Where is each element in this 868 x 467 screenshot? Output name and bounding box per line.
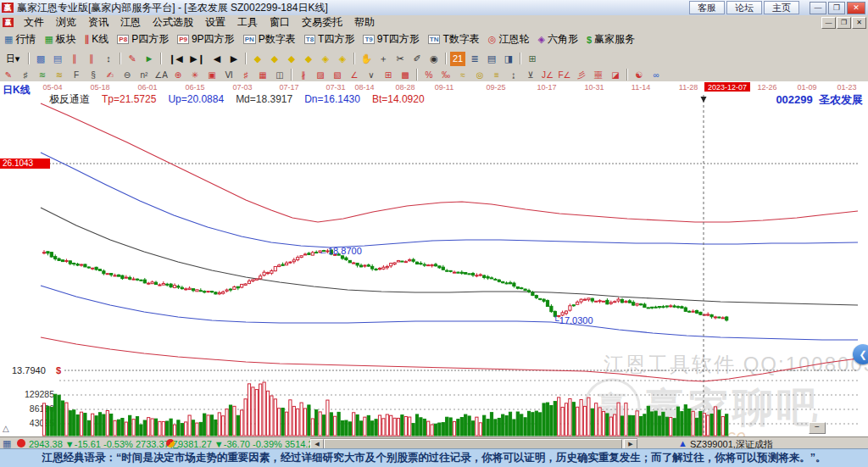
- tool-shade-2-button[interactable]: ▧: [330, 69, 345, 81]
- menu-4[interactable]: 公式选股: [147, 16, 199, 29]
- tool-grid-red-button[interactable]: ▦: [255, 69, 270, 81]
- tool-parallel-button[interactable]: ∦: [296, 69, 311, 81]
- toolbar-gann-wheel-button[interactable]: ◎江恩轮: [488, 32, 530, 47]
- toolbar-sectors-button[interactable]: ▦板块: [44, 32, 75, 47]
- toolbar-hexagon-button[interactable]: ◈六角形: [537, 32, 577, 47]
- diamond-right-button[interactable]: ◆: [267, 52, 282, 66]
- toolbar-t-square-button[interactable]: T8T四方形: [304, 32, 355, 47]
- tool-plus-circle-button[interactable]: ⊕: [170, 69, 186, 81]
- tool-levels-button[interactable]: ≡: [489, 69, 504, 81]
- diamond-down-button[interactable]: ◈: [318, 52, 333, 66]
- calculator-button[interactable]: ≣: [467, 52, 482, 66]
- menu-8[interactable]: 交易委托: [296, 16, 348, 29]
- toolbar-kline-button[interactable]: ∥K线: [85, 32, 109, 47]
- next-bar-button[interactable]: ▶: [226, 52, 242, 66]
- tool-f-angle-button[interactable]: F∠: [557, 69, 572, 81]
- last-bar-button[interactable]: ▶❙: [187, 52, 208, 66]
- tool-gold-1-button[interactable]: ≋: [35, 69, 50, 81]
- updown-button[interactable]: ↕: [101, 52, 116, 66]
- restore-button[interactable]: ❐: [828, 2, 845, 14]
- minimize-button[interactable]: —: [810, 2, 826, 14]
- mdi-close-button[interactable]: ✕: [852, 17, 866, 29]
- calendar-button[interactable]: 21: [450, 52, 465, 66]
- tool-taiji-button[interactable]: ☯: [632, 69, 647, 81]
- tool-vi-button[interactable]: Ⅵ: [221, 69, 236, 81]
- index-select-icon[interactable]: ▲: [678, 438, 687, 448]
- tool-vee-button[interactable]: ∨: [364, 69, 379, 81]
- toolbar-9t-square-button[interactable]: T99T四方形: [363, 32, 419, 47]
- tool-box-button[interactable]: ▣: [204, 69, 220, 81]
- tool-grid-cjk-button[interactable]: 噩: [591, 69, 606, 81]
- mdi-minimize-button[interactable]: —: [821, 17, 836, 29]
- diamond-both-button[interactable]: ◆: [284, 52, 299, 66]
- menu-1[interactable]: 浏览: [50, 16, 82, 29]
- candle-red-button[interactable]: ∥: [67, 52, 82, 66]
- chart-list-button[interactable]: ▤: [50, 52, 65, 66]
- diamond-center-button[interactable]: ◈: [335, 52, 350, 66]
- tool-infinity-button[interactable]: ∞: [648, 69, 664, 81]
- chart-grid-button[interactable]: ▩: [33, 52, 48, 66]
- menu-9[interactable]: 帮助: [348, 16, 381, 29]
- circle-tool-button[interactable]: ◉: [426, 52, 442, 66]
- tool-minus-circle-button[interactable]: ⊖: [120, 69, 135, 81]
- tool-wave-button[interactable]: ≈: [455, 69, 470, 81]
- kline-chart-svg[interactable]: 江恩工具软件 QQ:100800360赢赢家聊吧Jiaoba.yict36005…: [0, 81, 868, 436]
- tool-fan-button[interactable]: 彡: [574, 69, 589, 81]
- mark-tool-button[interactable]: ✐: [409, 52, 425, 66]
- tool-j-angle-button[interactable]: J∠: [540, 69, 555, 81]
- toolbar-p-square-button[interactable]: P8P四方形: [117, 32, 169, 47]
- prev-bar-button[interactable]: ◀: [209, 52, 225, 66]
- candles-layer[interactable]: [42, 249, 727, 322]
- tool-write-button[interactable]: ✍: [103, 69, 118, 81]
- menu-7[interactable]: 窗口: [264, 16, 296, 29]
- toolbar-9p-square-button[interactable]: P99P四方形: [177, 32, 234, 47]
- mdi-restore-button[interactable]: ❐: [837, 17, 851, 29]
- diamond-up-button[interactable]: ◆: [301, 52, 316, 66]
- draw-pen-red-button[interactable]: ✎: [125, 52, 140, 66]
- tool-section-button[interactable]: §: [86, 69, 101, 81]
- tool-f-button[interactable]: F: [69, 69, 84, 81]
- titlebar-link-0[interactable]: 客服: [689, 1, 725, 14]
- close-button[interactable]: ✕: [847, 2, 865, 14]
- cut-tool-button[interactable]: ✂: [392, 52, 408, 66]
- diamond-left-button[interactable]: ◆: [250, 52, 265, 66]
- tool-half-box-button[interactable]: ◪: [608, 69, 623, 81]
- flag-green-button[interactable]: ►: [142, 52, 157, 66]
- menu-5[interactable]: 设置: [199, 16, 231, 29]
- tool-plus-box-button[interactable]: ⊞: [381, 69, 396, 81]
- menu-6[interactable]: 工具: [231, 16, 264, 29]
- tool-n2-button[interactable]: n²: [136, 69, 152, 81]
- tool-pen-button[interactable]: ✎: [1, 69, 16, 81]
- tool-angle-button[interactable]: ∠: [347, 69, 362, 81]
- tool-star-button[interactable]: ✳: [187, 69, 203, 81]
- tool-hash-red-button[interactable]: ♯: [238, 69, 253, 81]
- save-button[interactable]: ◨: [501, 52, 516, 66]
- tool-percent-button[interactable]: %: [421, 69, 437, 81]
- toolbar-p-number-button[interactable]: PNP数字表: [243, 32, 296, 47]
- sidebar-toggle-button[interactable]: ❮: [853, 344, 868, 364]
- truck-button[interactable]: ⊞: [525, 52, 540, 66]
- titlebar-link-1[interactable]: 论坛: [726, 1, 762, 14]
- tool-hash-button[interactable]: ♯: [18, 69, 33, 81]
- chart-area[interactable]: 江恩工具软件 QQ:100800360赢赢家聊吧Jiaoba.yict36005…: [0, 81, 868, 436]
- menu-2[interactable]: 资讯: [82, 16, 114, 29]
- candle-red-2-button[interactable]: ∥: [84, 52, 99, 66]
- toolbar-service-button[interactable]: $赢家服务: [587, 32, 635, 47]
- volume-scroll-triangle[interactable]: △: [3, 424, 9, 433]
- tool-xor-button[interactable]: ⊻: [523, 69, 538, 81]
- tool-grid-2-button[interactable]: ▩: [398, 69, 413, 81]
- toolbar-t-number-button[interactable]: TNT数字表: [428, 32, 480, 47]
- menu-0[interactable]: 文件: [18, 16, 50, 29]
- tool-ring-button[interactable]: ◎: [472, 69, 487, 81]
- period-daily-button[interactable]: 日▾: [1, 52, 25, 66]
- hand-tool-button[interactable]: ✋: [359, 52, 374, 66]
- notes-button[interactable]: ▤: [484, 52, 499, 66]
- crosshair-tool-button[interactable]: ＋: [376, 52, 391, 66]
- tool-angle-a-button[interactable]: ∠A: [153, 69, 169, 81]
- toolbar-quotes-button[interactable]: ▦行情: [4, 32, 36, 47]
- menu-3[interactable]: 江恩: [114, 16, 147, 29]
- tool-gold-2-button[interactable]: ≋: [52, 69, 67, 81]
- tool-shade-1-button[interactable]: ▨: [313, 69, 328, 81]
- tool-split-button[interactable]: ◫: [272, 69, 287, 81]
- volume-collapse-button[interactable]: −: [809, 422, 826, 434]
